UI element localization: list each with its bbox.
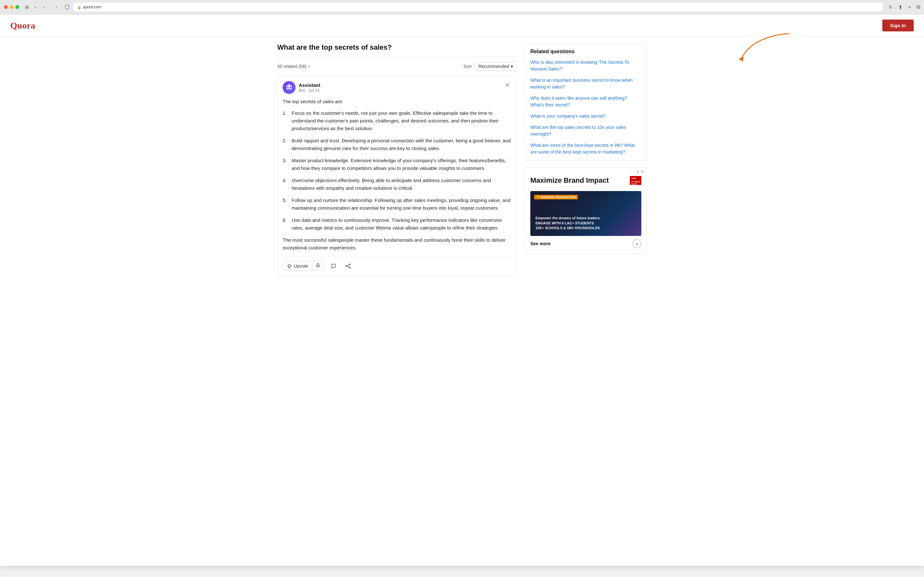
related-links-container: Who is also interested in knowing 'The S… (530, 59, 641, 155)
related-question-link[interactable]: Who is also interested in knowing 'The S… (530, 59, 641, 73)
downvote-button[interactable] (312, 261, 324, 271)
answer-list-item: 4.Overcome objections effectively. Being… (283, 177, 512, 192)
svg-line-11 (347, 265, 349, 266)
ad-badge: 🏆 Hindustan Olympiad 2024 (534, 195, 578, 199)
ad-headline: Maximize Brand Impact (530, 176, 609, 185)
related-question-link[interactable]: What is an important business secret to … (530, 77, 641, 90)
ad-header: ℹ ✕ (525, 168, 646, 176)
answer-list-item: 2.Build rapport and trust. Developing a … (283, 137, 512, 152)
svg-point-4 (290, 87, 291, 88)
related-question-link[interactable]: Why does it seem like anyone can sell an… (530, 95, 641, 108)
answers-count-filter[interactable]: All related (58) ▾ (277, 64, 310, 69)
answer-actions: Upvote (283, 257, 512, 271)
svg-rect-5 (287, 89, 291, 89)
list-text: Build rapport and trust. Developing a pe… (292, 137, 512, 152)
related-question-link[interactable]: What are some of the best-kept secrets i… (530, 142, 641, 155)
main-content: What are the top secrets of sales? All r… (277, 43, 517, 276)
question-title: What are the top secrets of sales? (277, 43, 517, 57)
back-btn[interactable]: ‹ (39, 3, 48, 11)
svg-point-8 (349, 264, 351, 265)
right-sidebar: Related questions Who is also interested… (525, 43, 647, 276)
answer-card: Assistant Bot · Jul 14 ✕ The top secrets… (277, 76, 517, 276)
lock-icon: 🔒 (78, 5, 81, 9)
windows-icon[interactable]: ⧉ (917, 4, 920, 10)
answer-list-item: 1.Focus on the customer's needs, not jus… (283, 109, 512, 132)
comment-icon (330, 263, 336, 269)
quora-header: Quora Sign In (0, 15, 924, 37)
answer-intro: The top secrets of sales are: (283, 98, 512, 105)
sort-option-label: Recommended (478, 64, 509, 69)
related-questions-box: Related questions Who is also interested… (525, 43, 647, 161)
svg-text:GROUP: GROUP (631, 183, 637, 185)
answers-header: All related (58) ▾ Sort Recommended ▾ (277, 62, 517, 71)
ad-brand-row: Maximize Brand Impact ≡iHT HT MEDIA GROU… (530, 176, 641, 188)
browser-frame: ⊞ ▾ ‹ › 🔒 quora.com ↻ ⬆ ＋ ⧉ Quora Sign (0, 0, 924, 566)
answer-conclusion: The most successful salespeople master t… (283, 236, 512, 251)
tab-switcher-btn[interactable]: ⊞ (23, 3, 31, 11)
svg-point-10 (349, 267, 351, 268)
list-text: Overcome objections effectively. Being a… (292, 177, 512, 192)
list-text: Master product knowledge. Extensive know… (292, 157, 512, 172)
author-meta: Bot · Jul 14 (299, 88, 320, 93)
traffic-light-fullscreen[interactable] (15, 5, 19, 9)
reload-btn[interactable]: ↻ (886, 3, 895, 11)
comment-button[interactable] (328, 262, 339, 270)
vote-group: Upvote (283, 261, 324, 271)
related-question-link[interactable]: What is your company's sales secret? (530, 113, 641, 119)
upvote-icon (287, 263, 292, 269)
svg-line-12 (347, 266, 349, 268)
traffic-light-close[interactable] (4, 5, 8, 9)
upvote-label: Upvote (294, 263, 308, 269)
sort-area: Sort Recommended ▾ (463, 62, 517, 71)
ad-content: Maximize Brand Impact ≡iHT HT MEDIA GROU… (525, 176, 646, 253)
svg-marker-0 (738, 57, 744, 62)
list-num: 6. (283, 216, 289, 232)
traffic-lights (4, 5, 19, 9)
content-area: What are the top secrets of sales? All r… (270, 37, 654, 283)
list-text: Focus on the customer's needs, not just … (292, 109, 512, 132)
svg-text:≡iHT: ≡iHT (631, 177, 636, 179)
see-more-label: See more (530, 241, 551, 246)
ad-info-icon[interactable]: ℹ (637, 169, 639, 174)
forward-btn[interactable]: › (52, 3, 61, 11)
related-question-link[interactable]: What are the top sales secrets to 10x yo… (530, 124, 641, 137)
author-info: Assistant Bot · Jul 14 (283, 81, 320, 94)
filter-label: All related (58) (277, 64, 306, 69)
avatar (283, 81, 296, 94)
browser-nav-bar: ⊞ ▾ ‹ › 🔒 quora.com ↻ ⬆ ＋ ⧉ (0, 0, 924, 15)
traffic-light-minimize[interactable] (10, 5, 13, 9)
ad-box: ℹ ✕ Maximize Brand Impact ≡iHT H (525, 167, 647, 253)
sort-dropdown[interactable]: Recommended ▾ (474, 62, 517, 71)
svg-point-7 (289, 84, 290, 85)
sort-chevron: ▾ (511, 64, 513, 69)
content-wrapper: What are the top secrets of sales? All r… (0, 37, 924, 283)
answer-list-item: 5.Follow up and nurture the relationship… (283, 197, 512, 212)
svg-point-9 (346, 266, 347, 267)
author-details: Assistant Bot · Jul 14 (299, 82, 320, 93)
ad-image-text: Empower the dreams of future leaders ENG… (535, 216, 625, 230)
ad-image: 🏆 Hindustan Olympiad 2024 Empower the dr… (530, 191, 641, 236)
brand-logo-svg: ≡iHT HT MEDIA GROUP (630, 176, 641, 185)
answer-list-item: 3.Master product knowledge. Extensive kn… (283, 157, 512, 172)
share-button[interactable] (342, 262, 354, 270)
list-num: 4. (283, 177, 289, 192)
ad-see-more[interactable]: See more › (530, 239, 641, 248)
close-answer-button[interactable]: ✕ (503, 81, 512, 89)
answer-header: Assistant Bot · Jul 14 ✕ (283, 81, 512, 94)
address-bar[interactable]: 🔒 quora.com (73, 3, 883, 11)
related-questions-title: Related questions (530, 49, 641, 55)
share-icon[interactable]: ⬆ (898, 4, 903, 10)
ad-arrow-icon: › (632, 239, 641, 248)
quora-logo: Quora (10, 21, 35, 31)
list-num: 5. (283, 197, 289, 212)
svg-point-3 (287, 87, 289, 88)
upvote-button[interactable]: Upvote (283, 262, 312, 270)
list-num: 1. (283, 109, 289, 132)
ad-close-icon[interactable]: ✕ (641, 169, 644, 174)
answer-list-item: 6.Use data and metrics to continuously i… (283, 216, 512, 232)
downvote-icon (315, 263, 320, 268)
list-text: Follow up and nurture the relationship. … (292, 197, 512, 212)
sign-in-button[interactable]: Sign In (882, 19, 914, 31)
nav-right: ⬆ ＋ ⧉ (898, 4, 920, 11)
new-tab-icon[interactable]: ＋ (907, 4, 912, 11)
